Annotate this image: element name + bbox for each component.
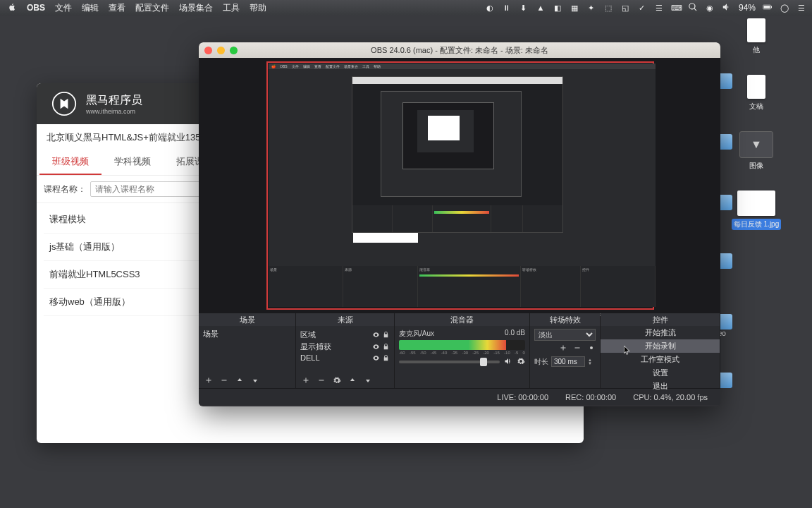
minimize-icon[interactable] bbox=[217, 47, 225, 54]
panel-sources: 来源 区域 显示捕获 DELL bbox=[296, 313, 395, 388]
siri-icon[interactable]: ◉ bbox=[705, 3, 715, 13]
lock-icon[interactable] bbox=[382, 343, 390, 351]
tray-icon[interactable]: ◯ bbox=[780, 3, 789, 13]
panel-title: 场景 bbox=[240, 315, 255, 324]
obs-title: OBS 24.0.6 (mac) - 配置文件: 未命名 - 场景: 未命名 bbox=[371, 45, 548, 56]
logo-title: 黑马程序员 bbox=[86, 93, 142, 108]
tray-icon[interactable]: ✦ bbox=[586, 3, 596, 13]
add-icon[interactable] bbox=[302, 375, 310, 387]
desktop-file-docs[interactable]: 文稿 bbox=[735, 75, 777, 111]
desktop-thumb[interactable]: 每日反馈 1.jpg bbox=[728, 190, 785, 230]
gear-icon[interactable] bbox=[333, 375, 341, 387]
menu-tools[interactable]: 工具 bbox=[223, 2, 240, 14]
panel-controls: 控件 开始推流 开始录制 工作室模式 设置 退出 bbox=[601, 313, 720, 388]
panel-mixer: 混音器 麦克风/Aux0.0 dB -60-55-50-45-40-35-30-… bbox=[395, 313, 530, 388]
svg-rect-2 bbox=[771, 6, 772, 8]
status-cpu: CPU: 0.4%, 20.00 fps bbox=[633, 393, 708, 401]
up-icon[interactable] bbox=[235, 375, 244, 387]
tray-icon[interactable]: ✓ bbox=[637, 3, 647, 13]
transition-select[interactable]: 淡出 bbox=[534, 329, 596, 341]
tray-icon[interactable]: ⬚ bbox=[603, 3, 613, 13]
remove-icon[interactable] bbox=[317, 375, 326, 387]
menu-scenes[interactable]: 场景集合 bbox=[179, 2, 213, 14]
tray-icon[interactable]: ▦ bbox=[570, 3, 579, 13]
panel-scenes: 场景 场景 bbox=[199, 313, 296, 388]
gear-icon[interactable] bbox=[517, 357, 525, 367]
tab-class-video[interactable]: 班级视频 bbox=[39, 150, 102, 175]
menu-help[interactable]: 帮助 bbox=[250, 2, 266, 14]
battery-icon bbox=[763, 2, 773, 14]
tray-icon[interactable]: ☰ bbox=[654, 3, 664, 13]
duration-input[interactable] bbox=[551, 356, 585, 367]
remove-icon[interactable] bbox=[220, 375, 228, 387]
tray-icon[interactable]: ⌨ bbox=[671, 3, 681, 13]
mixer-channel: 麦克风/Aux bbox=[399, 329, 434, 339]
close-icon[interactable] bbox=[204, 47, 212, 54]
lock-icon[interactable] bbox=[382, 331, 390, 339]
volume-icon[interactable] bbox=[722, 2, 732, 14]
eye-icon[interactable] bbox=[372, 343, 380, 351]
menu-app[interactable]: OBS bbox=[27, 3, 45, 13]
tab-subject-video[interactable]: 学科视频 bbox=[102, 150, 164, 175]
add-icon[interactable] bbox=[559, 344, 567, 353]
obs-window: OBS 24.0.6 (mac) - 配置文件: 未命名 - 场景: 未命名 🍎… bbox=[199, 42, 720, 406]
obs-titlebar[interactable]: OBS 24.0.6 (mac) - 配置文件: 未命名 - 场景: 未命名 bbox=[199, 42, 720, 58]
obs-panels: 场景 场景 来源 区域 显示捕获 DELL bbox=[199, 313, 720, 388]
lock-icon[interactable] bbox=[382, 354, 390, 362]
volume-slider[interactable] bbox=[399, 361, 500, 363]
logo-subtitle: www.itheima.com bbox=[86, 108, 142, 115]
exit-button[interactable]: 退出 bbox=[601, 380, 720, 393]
svg-rect-1 bbox=[764, 6, 770, 8]
eye-icon[interactable] bbox=[372, 331, 380, 339]
audio-meter bbox=[399, 340, 525, 350]
obs-preview[interactable]: 🍎OBS文件编辑查看配置文件场景集合工具帮助 ● 黑马程序员 北京顺义黑马HTM… bbox=[199, 58, 720, 313]
meter-ticks: -60-55-50-45-40-35-30-25-20-15-10-50 bbox=[399, 351, 525, 355]
settings-button[interactable]: 设置 bbox=[601, 366, 720, 380]
desktop-images-stack[interactable]: ▼图像 bbox=[735, 131, 777, 171]
start-stream-button[interactable]: 开始推流 bbox=[601, 326, 720, 339]
tray-icon[interactable]: ◱ bbox=[620, 3, 630, 13]
search-icon[interactable] bbox=[688, 2, 698, 14]
down-icon[interactable] bbox=[251, 375, 259, 387]
menu-file[interactable]: 文件 bbox=[55, 2, 72, 14]
remove-icon[interactable] bbox=[573, 344, 582, 353]
menu-edit[interactable]: 编辑 bbox=[82, 2, 99, 14]
tray-icon[interactable]: ◐ bbox=[485, 3, 495, 13]
scene-item[interactable]: 场景 bbox=[203, 329, 291, 339]
tray-icon[interactable]: ▲ bbox=[536, 3, 546, 13]
eye-icon[interactable] bbox=[372, 354, 380, 362]
gear-icon[interactable] bbox=[587, 344, 596, 353]
studio-mode-button[interactable]: 工作室模式 bbox=[601, 353, 720, 366]
status-rec: REC: 00:00:00 bbox=[565, 393, 616, 401]
source-item[interactable]: DELL bbox=[300, 353, 390, 363]
down-icon[interactable] bbox=[364, 375, 372, 387]
start-record-button[interactable]: 开始录制 bbox=[601, 339, 720, 353]
mixer-level: 0.0 dB bbox=[505, 329, 525, 339]
tray-icon[interactable]: ⏸ bbox=[502, 3, 512, 13]
panel-title: 来源 bbox=[338, 315, 353, 324]
duration-label: 时长 bbox=[534, 357, 548, 367]
panel-title: 控件 bbox=[653, 315, 668, 324]
zoom-icon[interactable] bbox=[230, 47, 238, 54]
battery-text: 94% bbox=[739, 3, 756, 13]
speaker-icon[interactable] bbox=[504, 357, 512, 367]
status-live: LIVE: 00:00:00 bbox=[497, 393, 548, 401]
search-label: 课程名称： bbox=[44, 183, 86, 195]
course-search-input[interactable] bbox=[90, 181, 206, 197]
cursor-icon bbox=[624, 346, 631, 356]
desktop-file[interactable]: 他 bbox=[735, 18, 777, 55]
notifications-icon[interactable]: ☰ bbox=[796, 3, 806, 13]
source-item[interactable]: 区域 bbox=[300, 329, 390, 341]
add-icon[interactable] bbox=[204, 375, 213, 387]
menu-view[interactable]: 查看 bbox=[109, 2, 125, 14]
source-item[interactable]: 显示捕获 bbox=[300, 341, 390, 353]
heima-logo-icon bbox=[49, 90, 79, 117]
up-icon[interactable] bbox=[348, 375, 357, 387]
tray-icon[interactable]: ⬇ bbox=[519, 3, 529, 13]
macos-menubar: OBS 文件 编辑 查看 配置文件 场景集合 工具 帮助 ◐ ⏸ ⬇ ▲ ◧ ▦… bbox=[0, 0, 812, 16]
apple-icon[interactable] bbox=[7, 2, 17, 14]
tray-icon[interactable]: ◧ bbox=[553, 3, 562, 13]
menu-profile[interactable]: 配置文件 bbox=[135, 2, 169, 14]
panel-title: 混音器 bbox=[450, 315, 474, 324]
panel-transition: 转场特效 淡出 时长▲▼ bbox=[530, 313, 601, 388]
